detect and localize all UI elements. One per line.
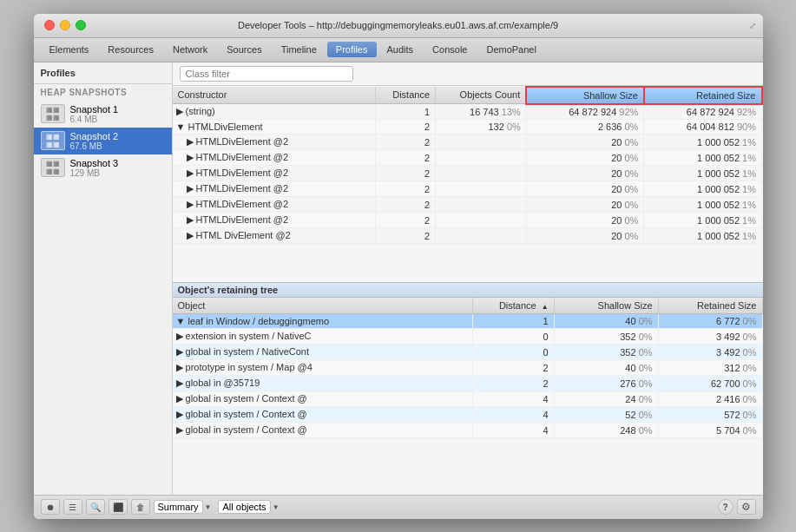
right-panel: Constructor Distance Objects Count Shall…: [173, 62, 763, 495]
table-row: [436, 166, 527, 181]
toolbar: Elements Resources Network Sources Timel…: [34, 38, 763, 62]
snapshot-3-name: Snapshot 3: [70, 158, 119, 168]
record-button[interactable]: ⏺: [41, 499, 60, 515]
tab-profiles[interactable]: Profiles: [327, 42, 377, 57]
snapshot-2-name: Snapshot 2: [70, 131, 119, 141]
col-shallow-size[interactable]: Shallow Size: [526, 87, 644, 104]
help-button[interactable]: ?: [718, 499, 734, 515]
list-button[interactable]: ☰: [63, 499, 82, 515]
close-button[interactable]: [44, 20, 55, 30]
tab-network[interactable]: Network: [164, 42, 216, 57]
table-row: 2: [376, 166, 436, 181]
col-retained-size[interactable]: Retained Size: [644, 87, 762, 104]
all-objects-select[interactable]: All objects ▼: [218, 500, 279, 514]
list-item: 4: [473, 391, 554, 407]
table-row[interactable]: ▶ (string): [173, 104, 376, 120]
table-row[interactable]: ▼ HTMLDivElement: [173, 120, 376, 135]
snapshot-2-info: Snapshot 2 67.6 MB: [70, 131, 119, 151]
tab-console[interactable]: Console: [424, 42, 476, 57]
table-row[interactable]: ▶ HTMLDivElement @2: [173, 135, 376, 150]
table-row: [436, 213, 527, 228]
summary-select-arrow: ▼: [205, 503, 212, 511]
table-row: 16 743 13%: [436, 104, 527, 120]
snapshot-2-item[interactable]: ▦▦▦▦ Snapshot 2 67.6 MB: [34, 128, 172, 154]
list-item[interactable]: ▶ global in system / Context @: [173, 407, 473, 423]
list-item[interactable]: ▶ prototype in system / Map @4: [173, 360, 473, 376]
trash-button[interactable]: 🗑: [131, 499, 150, 515]
list-item[interactable]: ▶ global in system / Context @: [173, 391, 473, 407]
retaining-table: Object Distance ▲ Shallow Size Retained …: [173, 298, 763, 438]
list-item: 0: [473, 345, 554, 360]
table-row[interactable]: ▶ HTMLDivElement @2: [173, 213, 376, 228]
ret-col-retained[interactable]: Retained Size: [658, 298, 762, 314]
table-row: 1 000 052 1%: [644, 197, 762, 213]
tab-elements[interactable]: Elements: [41, 42, 98, 57]
table-row: [436, 150, 527, 166]
summary-select-box[interactable]: Summary: [154, 500, 203, 514]
list-item: 0: [473, 329, 554, 345]
list-item: 248 0%: [554, 423, 658, 438]
col-objects[interactable]: Objects Count: [436, 87, 527, 104]
table-row[interactable]: ▶ HTMLDivElement @2: [173, 150, 376, 166]
snapshot-2-size: 67.6 MB: [70, 141, 119, 151]
traffic-lights: [44, 20, 86, 30]
list-item: 40 0%: [554, 360, 658, 376]
tab-sources[interactable]: Sources: [218, 42, 270, 57]
list-item[interactable]: ▶ global in system / NativeCont: [173, 345, 473, 360]
list-item[interactable]: ▶ global in system / Context @: [173, 423, 473, 438]
table-row[interactable]: ▶ HTMLDivElement @2: [173, 181, 376, 197]
list-item: 3 492 0%: [658, 329, 762, 345]
table-row: 1 000 052 1%: [644, 213, 762, 228]
all-objects-select-arrow: ▼: [273, 503, 280, 511]
tab-audits[interactable]: Audits: [378, 42, 423, 57]
tab-resources[interactable]: Resources: [99, 42, 162, 57]
table-row: 20 0%: [526, 181, 644, 197]
search-button[interactable]: 🔍: [86, 499, 105, 515]
heap-table: Constructor Distance Objects Count Shall…: [173, 86, 763, 245]
table-row[interactable]: ▶ HTMLDivElement @2: [173, 197, 376, 213]
list-item: 52 0%: [554, 407, 658, 423]
list-item: 4: [473, 423, 554, 438]
list-item: 2 416 0%: [658, 391, 762, 407]
devtools-window: Developer Tools – http://debuggingmemory…: [34, 14, 763, 519]
list-item: 2: [473, 360, 554, 376]
table-row: 1 000 052 1%: [644, 228, 762, 244]
list-item[interactable]: ▼ leaf in Window / debuggingmemo: [173, 314, 473, 329]
table-row[interactable]: ▶ HTML DivElement @2: [173, 228, 376, 244]
list-item: 6 772 0%: [658, 314, 762, 329]
table-row[interactable]: ▶ HTMLDivElement @2: [173, 166, 376, 181]
list-item: 352 0%: [554, 345, 658, 360]
ret-col-shallow[interactable]: Shallow Size: [554, 298, 658, 314]
col-constructor[interactable]: Constructor: [173, 87, 376, 104]
list-item[interactable]: ▶ extension in system / NativeC: [173, 329, 473, 345]
class-filter-input[interactable]: [180, 66, 353, 82]
maximize-button[interactable]: [76, 20, 86, 30]
snapshot-3-size: 129 MB: [70, 168, 119, 178]
table-row: [436, 181, 527, 197]
list-item[interactable]: ▶ global in @35719: [173, 376, 473, 391]
snapshot-3-item[interactable]: ▦▦▦▦ Snapshot 3 129 MB: [34, 154, 172, 181]
all-objects-select-box[interactable]: All objects: [218, 500, 270, 514]
table-row: 20 0%: [526, 166, 644, 181]
snapshot-1-info: Snapshot 1 6.4 MB: [70, 104, 119, 124]
table-row: 64 004 812 90%: [644, 120, 762, 135]
tab-demopanel[interactable]: DemoPanel: [477, 42, 544, 57]
snapshot-1-item[interactable]: ▦▦▦▦ Snapshot 1 6.4 MB: [34, 101, 172, 128]
main-data-table[interactable]: Constructor Distance Objects Count Shall…: [173, 86, 763, 284]
col-distance[interactable]: Distance: [376, 87, 436, 104]
table-row: 20 0%: [526, 213, 644, 228]
stop-button[interactable]: ⬛: [109, 499, 128, 515]
retaining-tree-table-container[interactable]: Object Distance ▲ Shallow Size Retained …: [173, 298, 763, 495]
gear-button[interactable]: ⚙: [737, 499, 756, 515]
table-row: 20 0%: [526, 197, 644, 213]
table-row: 64 872 924 92%: [526, 104, 644, 120]
summary-select[interactable]: Summary ▼: [154, 500, 212, 514]
table-row: 2: [376, 135, 436, 150]
ret-col-object[interactable]: Object: [173, 298, 473, 314]
minimize-button[interactable]: [60, 20, 70, 30]
resize-icon: ⤢: [749, 21, 756, 30]
tab-timeline[interactable]: Timeline: [273, 42, 326, 57]
list-item: 312 0%: [658, 360, 762, 376]
table-row: 2: [376, 181, 436, 197]
ret-col-distance[interactable]: Distance ▲: [473, 298, 554, 314]
